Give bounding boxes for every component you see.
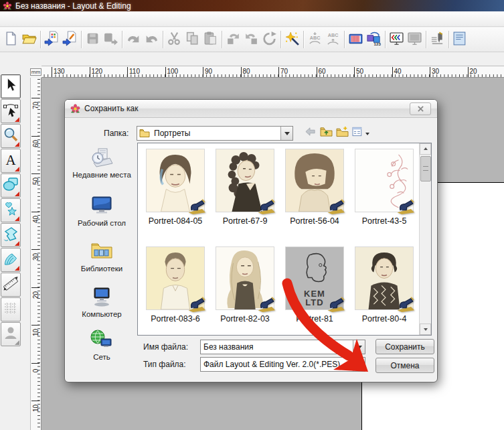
toolbar-button[interactable]: [20, 30, 38, 49]
toolbar-button[interactable]: [388, 30, 406, 49]
computer-icon: [90, 286, 114, 307]
toolbar-button[interactable]: [451, 30, 469, 49]
toolbar-button[interactable]: [43, 30, 61, 49]
dialog-close-button[interactable]: [410, 102, 431, 115]
menu-item[interactable]: [16, 17, 28, 20]
file-list-scrollbar[interactable]: [419, 143, 431, 335]
toolbar-button[interactable]: [347, 30, 365, 49]
toolbar-button[interactable]: [183, 30, 201, 49]
file-item[interactable]: Portret-56-04: [280, 149, 349, 226]
toolbar-button[interactable]: [61, 30, 79, 49]
save-card-icon: [103, 31, 118, 49]
menu-item[interactable]: [4, 17, 16, 20]
text-tool-icon: A: [3, 151, 19, 170]
place-item[interactable]: Библиотеки: [69, 240, 135, 273]
toolbar-button[interactable]: [201, 30, 220, 49]
toolbar-separator: [81, 31, 82, 48]
dialog-nav-button[interactable]: [303, 126, 317, 139]
scroll-up-button[interactable]: [420, 143, 431, 155]
toolbar-button[interactable]: [406, 30, 424, 49]
toolbar-button[interactable]: 123: [365, 30, 383, 49]
palette-tool-button[interactable]: [1, 99, 21, 123]
filetype-value[interactable]: Файл Layout & Editing Ver. 2.0(*.PES): [201, 360, 353, 369]
toolbar-button[interactable]: [428, 30, 446, 49]
palette-tool-button[interactable]: [1, 297, 21, 321]
filename-value[interactable]: Без названия: [201, 342, 353, 352]
save-as-dialog: Сохранить как Папка: Портреты Недавние м…: [64, 99, 438, 382]
palette-tool-button[interactable]: [1, 248, 21, 272]
scrollbar-thumb[interactable]: [420, 156, 431, 182]
dialog-nav-button[interactable]: [351, 126, 371, 139]
menu-item[interactable]: [52, 17, 64, 20]
palette-tool-button[interactable]: [1, 273, 21, 297]
toolbar-button[interactable]: [242, 30, 260, 49]
dialog-title-bar[interactable]: Сохранить как: [65, 100, 437, 118]
menu-item[interactable]: [64, 17, 76, 20]
palette-tool-button[interactable]: [1, 223, 21, 247]
place-item[interactable]: Компьютер: [69, 286, 135, 319]
dialog-nav-button[interactable]: [319, 126, 333, 139]
menu-item[interactable]: [40, 17, 52, 20]
h-ruler-label: 100: [165, 67, 179, 77]
place-item[interactable]: Недавние места: [69, 147, 135, 180]
palette-tool-button[interactable]: [1, 124, 21, 148]
file-item[interactable]: KEMLTD Portret-81: [280, 246, 349, 324]
place-label: Сеть: [69, 353, 135, 362]
toolbar-button[interactable]: [102, 30, 120, 49]
file-item[interactable]: Portret-67-9: [210, 149, 280, 226]
place-item[interactable]: Сеть: [69, 329, 135, 362]
toolbar-button[interactable]: [283, 30, 301, 49]
toolbar-button[interactable]: [224, 30, 242, 49]
zoom-tool-icon: [3, 127, 19, 145]
file-list[interactable]: Portret-084-05 Portret-67-9 Portret-56-0…: [137, 143, 432, 336]
toolbar-button[interactable]: ABC: [306, 30, 324, 49]
file-item[interactable]: Portret-82-03: [210, 246, 280, 324]
menu-item[interactable]: [76, 17, 88, 20]
menu-item[interactable]: [88, 17, 100, 20]
palette-tool-button[interactable]: [1, 74, 21, 98]
filetype-label: Тип файла:: [143, 360, 186, 369]
toolbar-separator: [448, 31, 449, 48]
folder-combo[interactable]: Портреты: [137, 126, 293, 141]
palette-tool-button[interactable]: [1, 198, 21, 222]
vertical-ruler: 70605040302010010: [30, 78, 41, 430]
filename-combo-dropdown[interactable]: [353, 340, 365, 354]
filename-label: Имя файла:: [143, 342, 188, 352]
toolbar-button[interactable]: ABC: [324, 30, 342, 49]
place-item[interactable]: Рабочий стол: [69, 195, 135, 228]
filename-combo[interactable]: Без названия: [200, 340, 365, 354]
scroll-down-button[interactable]: [420, 324, 431, 335]
cancel-button[interactable]: Отмена: [375, 358, 434, 373]
palette-tool-button[interactable]: A: [1, 149, 21, 173]
toolbar-button[interactable]: [124, 30, 143, 49]
h-ruler-label: 50: [354, 67, 363, 77]
file-name: Portret-67-9: [210, 216, 280, 226]
toolbar-button[interactable]: [84, 30, 102, 49]
file-thumbnail: [146, 149, 205, 212]
file-item[interactable]: Portret-43-5: [349, 149, 419, 226]
file-item[interactable]: Portret-084-05: [141, 149, 210, 226]
filetype-combo-dropdown[interactable]: [353, 358, 365, 371]
file-name: Portret-80-4: [349, 314, 419, 324]
v-ruler-label: 40: [31, 212, 41, 224]
workspace-gap: [0, 52, 504, 66]
toolbar-button[interactable]: [260, 30, 278, 49]
file-item[interactable]: Portret-80-4: [349, 246, 419, 324]
toolbar-separator: [40, 31, 41, 48]
dialog-nav-button[interactable]: [335, 126, 349, 139]
palette-tool-button[interactable]: [1, 173, 21, 198]
palette-tool-button[interactable]: [1, 322, 21, 346]
toolbar-button[interactable]: [143, 30, 161, 49]
horizontal-ruler: 1301201101009080706050403020: [41, 66, 504, 78]
file-item[interactable]: Portret-083-6: [141, 246, 210, 324]
toolbar-button[interactable]: [2, 30, 20, 49]
h-ruler-label: 30: [430, 67, 439, 77]
menu-item[interactable]: [28, 17, 40, 20]
toolbar-separator: [163, 31, 163, 48]
folder-combo-dropdown[interactable]: [280, 127, 292, 140]
filetype-combo[interactable]: Файл Layout & Editing Ver. 2.0(*.PES): [200, 357, 365, 372]
embroidery-mark-icon: [256, 198, 276, 214]
toolbar-button[interactable]: [165, 30, 183, 49]
menu-bar: [0, 11, 504, 27]
save-button[interactable]: Сохранить: [375, 339, 434, 354]
